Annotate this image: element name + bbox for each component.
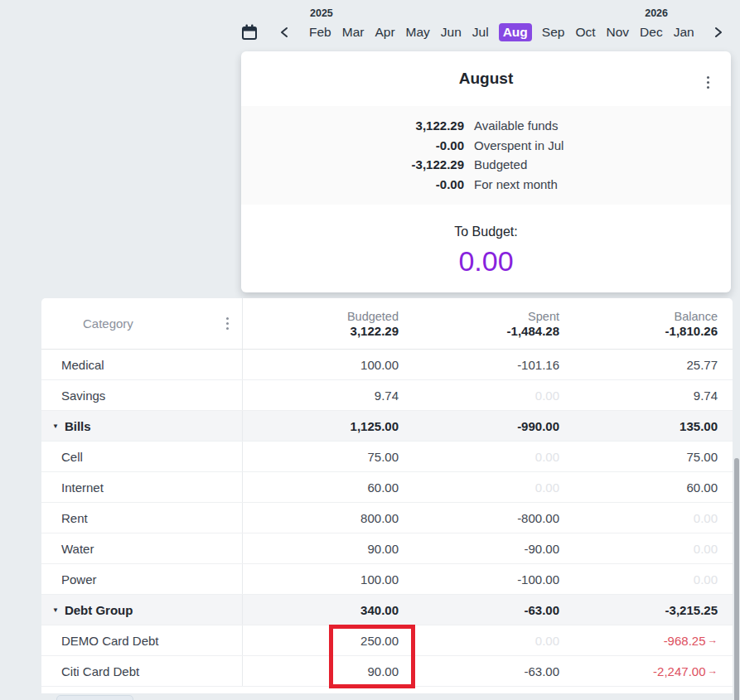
balance-value: 25.77	[686, 358, 718, 372]
spent-cell[interactable]: 0.00	[415, 625, 576, 655]
balance-cell[interactable]: -2,247.00→	[576, 656, 733, 686]
balance-cell[interactable]: 135.00	[576, 411, 733, 441]
spent-cell[interactable]: -63.00	[415, 595, 576, 625]
category-name-cell[interactable]: ▼Bills	[41, 411, 242, 441]
spent-cell[interactable]: -63.00	[415, 656, 576, 686]
collapse-triangle-icon[interactable]: ▼	[52, 422, 59, 429]
category-name-cell[interactable]: Rent	[41, 503, 242, 533]
balance-cell[interactable]: 0.00	[576, 564, 733, 594]
balance-cell[interactable]: 0.00	[576, 533, 733, 563]
table-row-cell[interactable]: Cell75.000.0075.00	[41, 442, 733, 472]
budgeted-value: 75.00	[367, 450, 399, 464]
balance-column-header[interactable]: Balance -1,810.26	[576, 298, 733, 349]
funds-summary: 3,122.29 Available funds -0.00 Overspent…	[241, 106, 731, 205]
budgeted-cell[interactable]: 75.00	[242, 442, 415, 471]
card-menu-icon[interactable]	[704, 71, 713, 94]
month-item-dec[interactable]: Dec	[639, 23, 664, 41]
balance-cell[interactable]: -968.25→	[576, 625, 733, 655]
month-item-nov[interactable]: Nov	[606, 23, 631, 41]
budgeted-cell[interactable]: 60.00	[242, 472, 415, 502]
bottom-partial-button[interactable]	[56, 695, 133, 700]
spent-cell[interactable]: -101.16	[415, 350, 576, 379]
table-row-citi-card-debt[interactable]: Citi Card Debt90.00-63.00-2,247.00→	[41, 656, 733, 687]
budgeted-cell[interactable]: 250.00	[242, 625, 415, 655]
budgeted-cell[interactable]: 1,125.00	[242, 411, 415, 441]
spent-cell[interactable]: -90.00	[415, 533, 576, 563]
to-budget-amount[interactable]: 0.00	[241, 245, 731, 278]
balance-cell[interactable]: 25.77	[576, 350, 733, 379]
category-name-cell[interactable]: Citi Card Debt	[41, 656, 242, 686]
table-row-bills[interactable]: ▼Bills1,125.00-990.00135.00	[41, 411, 733, 442]
month-item-sep[interactable]: Sep	[541, 23, 566, 41]
table-row-power[interactable]: Power100.00-100.000.00	[41, 564, 733, 595]
budgeted-column-header[interactable]: Budgeted 3,122.29	[242, 298, 415, 349]
budgeted-value: 340.00	[360, 603, 399, 617]
spent-cell[interactable]: -990.00	[415, 411, 576, 441]
category-name-cell[interactable]: Water	[41, 533, 242, 563]
spent-column-header[interactable]: Spent -1,484.28	[415, 298, 576, 349]
carryover-arrow-icon: →	[708, 635, 718, 646]
spent-column-total: -1,484.28	[507, 324, 559, 338]
previous-month-button[interactable]	[279, 27, 289, 38]
table-row-savings[interactable]: Savings9.740.009.74	[41, 380, 733, 411]
month-item-oct[interactable]: Oct	[574, 23, 596, 41]
spent-cell[interactable]: -100.00	[415, 564, 576, 594]
month-item-aug[interactable]: Aug	[499, 23, 532, 41]
table-row-internet[interactable]: Internet60.000.0060.00	[41, 472, 733, 503]
table-row-debt-group[interactable]: ▼Debt Group340.00-63.00-3,215.25	[41, 595, 733, 625]
scrollbar-thumb[interactable]	[734, 458, 739, 700]
category-name-cell[interactable]: Power	[41, 564, 242, 594]
month-item-feb[interactable]: Feb	[308, 23, 332, 41]
category-name-cell[interactable]: ▼Debt Group	[41, 595, 242, 625]
budgeted-cell[interactable]: 100.00	[242, 350, 415, 379]
month-list: FebMarAprMayJunJulAugSepOctNovDecJan	[308, 23, 695, 41]
balance-cell[interactable]: 60.00	[576, 472, 733, 502]
collapse-triangle-icon[interactable]: ▼	[52, 606, 59, 613]
category-name-cell[interactable]: Internet	[41, 472, 242, 502]
table-row-water[interactable]: Water90.00-90.000.00	[41, 533, 733, 564]
spent-cell[interactable]: 0.00	[415, 442, 576, 471]
month-item-jun[interactable]: Jun	[440, 23, 462, 41]
spent-cell[interactable]: 0.00	[415, 472, 576, 502]
budgeted-cell[interactable]: 90.00	[242, 533, 415, 563]
balance-column-total: -1,810.26	[665, 324, 718, 338]
month-item-mar[interactable]: Mar	[341, 23, 365, 41]
budgeted-cell[interactable]: 100.00	[242, 564, 415, 594]
budgeted-column-total: 3,122.29	[351, 324, 399, 338]
balance-value: -2,247.00	[653, 664, 705, 678]
month-item-jul[interactable]: Jul	[472, 23, 490, 41]
budgeted-cell[interactable]: 800.00	[242, 503, 415, 533]
category-label: Power	[61, 572, 97, 587]
balance-value: 60.00	[686, 480, 718, 495]
budgeted-value: 800.00	[360, 511, 399, 525]
calendar-icon[interactable]	[241, 24, 258, 41]
budgeted-cell[interactable]: 90.00	[242, 656, 415, 686]
next-month-label: For next month	[474, 177, 558, 191]
next-month-button[interactable]	[713, 27, 723, 38]
table-row-demo-card-debt[interactable]: DEMO Card Debt250.000.00-968.25→	[41, 625, 733, 656]
category-name-cell[interactable]: DEMO Card Debt	[41, 625, 242, 655]
balance-cell[interactable]: 9.74	[576, 380, 733, 410]
spent-cell[interactable]: -800.00	[415, 503, 576, 533]
spent-value: -63.00	[524, 664, 559, 678]
category-name-cell[interactable]: Cell	[41, 442, 242, 471]
month-item-may[interactable]: May	[405, 23, 431, 41]
category-label: Water	[61, 542, 94, 556]
category-label: Debt Group	[65, 603, 133, 617]
spent-value: 0.00	[535, 389, 559, 403]
month-item-apr[interactable]: Apr	[374, 23, 395, 41]
category-menu-icon[interactable]	[223, 312, 232, 335]
balance-cell[interactable]: 0.00	[576, 503, 733, 533]
spent-cell[interactable]: 0.00	[415, 380, 576, 410]
summary-row: -3,122.29 Budgeted	[241, 155, 731, 175]
month-item-jan[interactable]: Jan	[673, 23, 695, 41]
budgeted-cell[interactable]: 9.74	[242, 380, 415, 410]
category-name-cell[interactable]: Medical	[41, 350, 242, 379]
table-row-medical[interactable]: Medical100.00-101.1625.77	[41, 350, 733, 380]
budget-table: Category Budgeted 3,122.29 Spent -1,484.…	[41, 298, 733, 693]
balance-cell[interactable]: 75.00	[576, 442, 733, 471]
budgeted-cell[interactable]: 340.00	[242, 595, 415, 625]
category-name-cell[interactable]: Savings	[41, 380, 242, 410]
balance-cell[interactable]: -3,215.25	[576, 595, 733, 625]
table-row-rent[interactable]: Rent800.00-800.000.00	[41, 503, 733, 533]
